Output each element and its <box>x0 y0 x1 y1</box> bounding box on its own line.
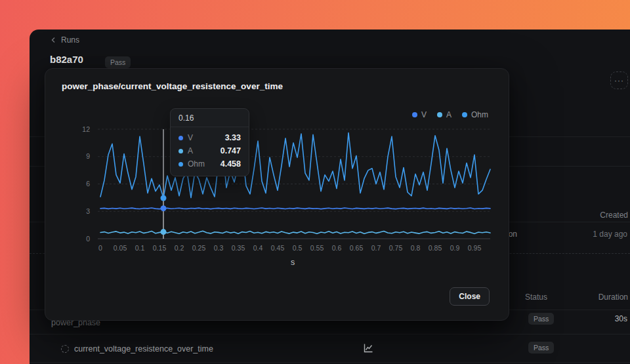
row-status-badge: Pass <box>528 342 554 354</box>
svg-text:6: 6 <box>86 180 90 188</box>
created-value: 1 day ago <box>568 230 627 239</box>
desktop-background: Runs b82a70 Pass ··· Created ion 1 day a… <box>0 0 630 364</box>
tooltip-x-value: 0.16 <box>171 109 249 127</box>
status-column-header: Status <box>525 293 547 302</box>
svg-text:0.7: 0.7 <box>371 244 381 252</box>
svg-text:0.6: 0.6 <box>332 244 342 252</box>
breadcrumb-label: Runs <box>61 35 79 45</box>
legend-label-v: V <box>421 110 427 119</box>
tooltip-value-ohm: 4.458 <box>220 159 241 169</box>
svg-text:0.5: 0.5 <box>293 244 303 252</box>
tooltip-row-v: V 3.33 <box>171 131 249 144</box>
legend-label-ohm: Ohm <box>471 110 488 119</box>
chart-tooltip: 0.16 V 3.33 A 0.747 Ohm 4.458 <box>170 108 249 176</box>
divider <box>30 362 630 363</box>
svg-text:0.4: 0.4 <box>253 244 263 252</box>
svg-text:0.95: 0.95 <box>468 244 482 252</box>
svg-text:0.85: 0.85 <box>429 244 442 252</box>
legend-label-a: A <box>446 110 452 119</box>
line-chart-icon[interactable] <box>361 341 375 355</box>
tooltip-row-a: A 0.747 <box>171 144 249 157</box>
run-title: b82a70 <box>50 54 83 65</box>
svg-text:12: 12 <box>82 125 90 133</box>
tooltip-row-ohm: Ohm 4.458 <box>171 157 249 171</box>
divider <box>30 334 630 334</box>
run-status-badge: Pass <box>105 56 131 68</box>
spinner-icon <box>61 345 69 353</box>
chevron-left-icon <box>51 37 56 43</box>
svg-text:0: 0 <box>86 235 90 243</box>
legend-item-ohm[interactable]: Ohm <box>462 110 488 119</box>
breadcrumb-back[interactable]: Runs <box>51 35 79 45</box>
more-options-button[interactable]: ··· <box>610 71 628 89</box>
svg-text:0.3: 0.3 <box>214 244 224 252</box>
svg-text:0.55: 0.55 <box>310 244 324 252</box>
modal-title: power_phase/current_voltage_resistence_o… <box>62 81 283 91</box>
svg-text:s: s <box>291 258 295 267</box>
tooltip-label-ohm: Ohm <box>188 159 205 169</box>
line-chart[interactable]: 03691200.050.10.150.20.250.30.350.40.450… <box>52 124 498 275</box>
svg-text:0.1: 0.1 <box>135 244 145 252</box>
svg-text:0.15: 0.15 <box>153 244 167 252</box>
svg-text:0.65: 0.65 <box>350 244 364 252</box>
tooltip-label-v: V <box>188 133 193 142</box>
svg-text:0.8: 0.8 <box>411 244 421 252</box>
svg-text:0.05: 0.05 <box>114 244 127 252</box>
row-duration: 30s <box>588 314 627 323</box>
tooltip-dot-a <box>178 149 183 153</box>
svg-text:9: 9 <box>86 152 90 160</box>
test-row-label: current_voltage_resistence_over_time <box>74 344 213 354</box>
row-status-badge: Pass <box>528 313 554 325</box>
svg-text:0.35: 0.35 <box>232 244 245 252</box>
svg-text:0.9: 0.9 <box>450 244 460 252</box>
tooltip-value-v: 3.33 <box>225 133 241 142</box>
tooltip-dot-ohm <box>178 162 183 167</box>
tooltip-label-a: A <box>188 146 193 155</box>
svg-text:3: 3 <box>86 207 90 215</box>
chart-modal: power_phase/current_voltage_resistence_o… <box>45 68 509 321</box>
created-column-header: Created <box>576 211 628 220</box>
legend-dot-ohm <box>462 112 467 117</box>
tooltip-value-a: 0.747 <box>220 146 241 155</box>
legend-item-v[interactable]: V <box>412 110 427 119</box>
svg-text:0.45: 0.45 <box>271 244 285 252</box>
duration-column-header: Duration <box>576 293 628 302</box>
tooltip-dot-v <box>178 136 183 140</box>
chart-legend: V A Ohm <box>412 110 488 119</box>
svg-text:0: 0 <box>98 244 102 252</box>
svg-text:0.75: 0.75 <box>389 244 403 252</box>
legend-dot-a <box>437 112 442 117</box>
close-button[interactable]: Close <box>450 287 490 306</box>
svg-text:0.2: 0.2 <box>175 244 184 252</box>
svg-text:0.25: 0.25 <box>192 244 206 252</box>
legend-dot-v <box>412 112 417 117</box>
legend-item-a[interactable]: A <box>437 110 452 119</box>
